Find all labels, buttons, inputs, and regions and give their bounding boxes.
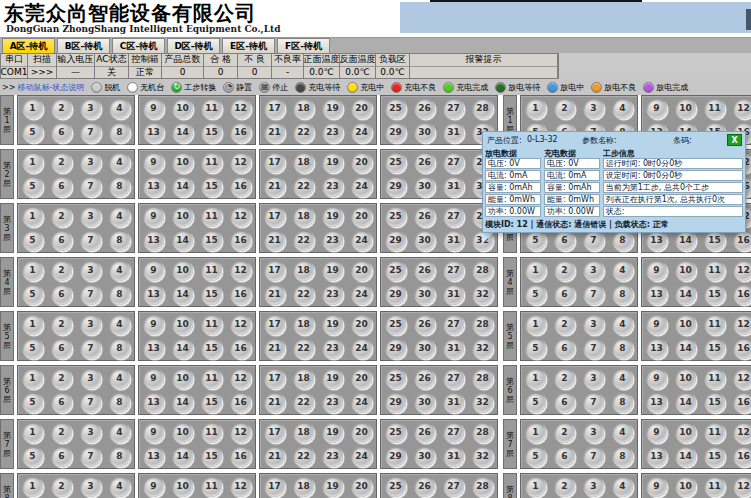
cell-24[interactable]: 24 bbox=[351, 446, 372, 467]
cell-13[interactable]: 13 bbox=[646, 284, 667, 305]
cell-13[interactable]: 13 bbox=[646, 446, 667, 467]
cell-2[interactable]: 2 bbox=[554, 260, 575, 281]
cell-4[interactable]: 4 bbox=[109, 98, 130, 119]
cell-26[interactable]: 26 bbox=[414, 260, 435, 281]
cell-9[interactable]: 9 bbox=[646, 98, 667, 119]
cell-18[interactable]: 18 bbox=[293, 314, 314, 335]
cell-7[interactable]: 7 bbox=[583, 392, 604, 413]
cell-30[interactable]: 30 bbox=[414, 392, 435, 413]
cell-10[interactable]: 10 bbox=[675, 422, 696, 443]
cell-21[interactable]: 21 bbox=[264, 122, 285, 143]
cell-19[interactable]: 19 bbox=[322, 98, 343, 119]
cell-3[interactable]: 3 bbox=[583, 98, 604, 119]
cell-6[interactable]: 6 bbox=[554, 446, 575, 467]
tab-zone-e[interactable]: E区-待机 bbox=[222, 38, 275, 53]
cell-4[interactable]: 4 bbox=[109, 152, 130, 173]
cell-13[interactable]: 13 bbox=[143, 338, 164, 359]
cell-8[interactable]: 8 bbox=[612, 284, 633, 305]
cell-32[interactable]: 32 bbox=[472, 446, 493, 467]
cell-20[interactable]: 20 bbox=[351, 152, 372, 173]
cell-16[interactable]: 16 bbox=[230, 230, 251, 251]
cell-4[interactable]: 4 bbox=[612, 422, 633, 443]
cell-12[interactable]: 12 bbox=[230, 260, 251, 281]
cell-3[interactable]: 3 bbox=[80, 206, 101, 227]
cell-31[interactable]: 31 bbox=[443, 284, 464, 305]
cell-15[interactable]: 15 bbox=[201, 446, 222, 467]
cell-5[interactable]: 5 bbox=[22, 446, 43, 467]
cell-7[interactable]: 7 bbox=[80, 230, 101, 251]
cell-27[interactable]: 27 bbox=[443, 314, 464, 335]
cell-1[interactable]: 1 bbox=[525, 98, 546, 119]
cell-11[interactable]: 11 bbox=[201, 260, 222, 281]
cell-1[interactable]: 1 bbox=[22, 206, 43, 227]
cell-1[interactable]: 1 bbox=[22, 98, 43, 119]
cell-9[interactable]: 9 bbox=[646, 422, 667, 443]
cell-29[interactable]: 29 bbox=[385, 446, 406, 467]
cell-4[interactable]: 4 bbox=[109, 368, 130, 389]
cell-12[interactable]: 12 bbox=[230, 98, 251, 119]
cell-20[interactable]: 20 bbox=[351, 314, 372, 335]
cell-23[interactable]: 23 bbox=[322, 230, 343, 251]
cell-21[interactable]: 21 bbox=[264, 446, 285, 467]
cell-20[interactable]: 20 bbox=[351, 260, 372, 281]
cell-14[interactable]: 14 bbox=[172, 122, 193, 143]
cell-4[interactable]: 4 bbox=[612, 314, 633, 335]
cell-11[interactable]: 11 bbox=[704, 368, 725, 389]
cell-21[interactable]: 21 bbox=[264, 176, 285, 197]
cell-6[interactable]: 6 bbox=[51, 176, 72, 197]
cell-4[interactable]: 4 bbox=[109, 260, 130, 281]
cell-8[interactable]: 8 bbox=[109, 338, 130, 359]
cell-9[interactable]: 9 bbox=[646, 476, 667, 497]
cell-6[interactable]: 6 bbox=[554, 284, 575, 305]
cell-12[interactable]: 12 bbox=[733, 314, 751, 335]
cell-12[interactable]: 12 bbox=[733, 368, 751, 389]
cell-11[interactable]: 11 bbox=[201, 368, 222, 389]
cell-1[interactable]: 1 bbox=[22, 314, 43, 335]
cell-17[interactable]: 17 bbox=[264, 476, 285, 497]
cell-27[interactable]: 27 bbox=[443, 206, 464, 227]
cell-15[interactable]: 15 bbox=[704, 284, 725, 305]
cell-3[interactable]: 3 bbox=[80, 368, 101, 389]
cell-25[interactable]: 25 bbox=[385, 260, 406, 281]
cell-5[interactable]: 5 bbox=[22, 122, 43, 143]
cell-32[interactable]: 32 bbox=[472, 392, 493, 413]
cell-30[interactable]: 30 bbox=[414, 176, 435, 197]
cell-9[interactable]: 9 bbox=[646, 368, 667, 389]
cell-16[interactable]: 16 bbox=[733, 284, 751, 305]
cell-30[interactable]: 30 bbox=[414, 230, 435, 251]
cell-29[interactable]: 29 bbox=[385, 176, 406, 197]
cell-31[interactable]: 31 bbox=[443, 392, 464, 413]
cell-19[interactable]: 19 bbox=[322, 152, 343, 173]
cell-26[interactable]: 26 bbox=[414, 206, 435, 227]
cell-20[interactable]: 20 bbox=[351, 476, 372, 497]
tab-zone-d[interactable]: D区-待机 bbox=[167, 38, 220, 53]
cell-8[interactable]: 8 bbox=[109, 122, 130, 143]
cell-6[interactable]: 6 bbox=[51, 338, 72, 359]
cell-14[interactable]: 14 bbox=[172, 392, 193, 413]
cell-8[interactable]: 8 bbox=[109, 392, 130, 413]
cell-26[interactable]: 26 bbox=[414, 368, 435, 389]
cell-28[interactable]: 28 bbox=[472, 422, 493, 443]
cell-7[interactable]: 7 bbox=[80, 284, 101, 305]
cell-6[interactable]: 6 bbox=[51, 446, 72, 467]
cell-8[interactable]: 8 bbox=[612, 392, 633, 413]
cell-25[interactable]: 25 bbox=[385, 152, 406, 173]
cell-10[interactable]: 10 bbox=[675, 314, 696, 335]
cell-3[interactable]: 3 bbox=[583, 422, 604, 443]
cell-7[interactable]: 7 bbox=[80, 338, 101, 359]
cell-7[interactable]: 7 bbox=[80, 122, 101, 143]
cell-18[interactable]: 18 bbox=[293, 152, 314, 173]
cell-10[interactable]: 10 bbox=[172, 152, 193, 173]
cell-6[interactable]: 6 bbox=[51, 230, 72, 251]
cell-12[interactable]: 12 bbox=[230, 314, 251, 335]
cell-10[interactable]: 10 bbox=[172, 368, 193, 389]
cell-11[interactable]: 11 bbox=[704, 260, 725, 281]
cell-17[interactable]: 17 bbox=[264, 422, 285, 443]
cell-23[interactable]: 23 bbox=[322, 338, 343, 359]
cell-30[interactable]: 30 bbox=[414, 338, 435, 359]
cell-15[interactable]: 15 bbox=[201, 338, 222, 359]
cell-2[interactable]: 2 bbox=[51, 206, 72, 227]
cell-24[interactable]: 24 bbox=[351, 176, 372, 197]
cell-10[interactable]: 10 bbox=[172, 314, 193, 335]
cell-3[interactable]: 3 bbox=[80, 476, 101, 497]
